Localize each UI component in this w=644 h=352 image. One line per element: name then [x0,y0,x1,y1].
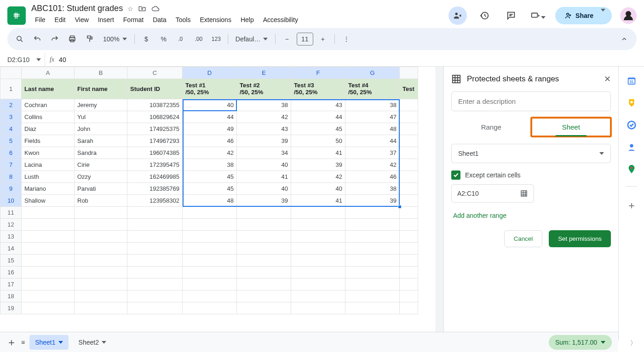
cell-C8[interactable]: 162469985 [127,171,183,183]
cell-C3[interactable]: 106829624 [127,111,183,123]
decrease-font-size[interactable]: − [279,31,295,47]
cell-A2[interactable]: Cochran [22,99,75,111]
cell-B5[interactable]: Sarah [75,135,127,147]
col-header-G[interactable]: G [345,67,400,79]
collapse-toolbar-icon[interactable] [616,31,632,47]
explore-icon[interactable]: 〉 [630,339,637,347]
cell-A7[interactable]: Lacina [22,159,75,171]
cell-B7[interactable]: Cirie [75,159,127,171]
all-sheets-icon[interactable]: ≡ [21,339,25,346]
cell-F8[interactable]: 42 [291,171,345,183]
search-menus-icon[interactable] [12,31,28,47]
menu-file[interactable]: File [31,14,49,25]
cell-B6[interactable]: Sandra [75,147,127,159]
cell-A9[interactable]: Mariano [22,183,75,195]
row-header-5[interactable]: 5 [0,135,22,147]
cell-G2[interactable]: 38 [345,99,400,111]
cell-C4[interactable]: 174925375 [127,123,183,135]
menu-edit[interactable]: Edit [51,14,69,25]
cancel-button[interactable]: Cancel [504,230,543,247]
cloud-status-icon[interactable] [151,5,160,13]
cell-E4[interactable]: 43 [237,123,291,135]
add-sheet-icon[interactable]: ＋ [6,335,17,349]
row-header-10[interactable]: 10 [0,195,22,207]
close-icon[interactable]: ✕ [604,74,611,84]
cell-B2[interactable]: Jeremy [75,99,127,111]
cell-A4[interactable]: Diaz [22,123,75,135]
cell-G9[interactable]: 38 [345,183,400,195]
cell-F6[interactable]: 41 [291,147,345,159]
col-header-D[interactable]: D [183,67,237,79]
tab-range[interactable]: Range [451,118,531,136]
row-header-12[interactable]: 12 [0,219,22,231]
move-icon[interactable] [138,5,146,13]
cell-D2[interactable]: 40 [183,99,237,111]
row-header-16[interactable]: 16 [0,267,22,278]
row-header-2[interactable]: 2 [0,99,22,111]
meet-icon[interactable] [448,6,467,25]
tab-sheet[interactable]: Sheet [531,118,611,136]
formula-bar[interactable]: 40 [59,56,66,63]
col-header-B[interactable]: B [75,67,127,79]
row-header-14[interactable]: 14 [0,243,22,255]
more-toolbar-icon[interactable]: ⋮ [339,31,354,47]
star-icon[interactable]: ☆ [127,5,133,12]
menu-tools[interactable]: Tools [172,14,195,25]
cell-G3[interactable]: 47 [345,111,400,123]
cell-B8[interactable]: Ozzy [75,171,127,183]
cell-F9[interactable]: 40 [291,183,345,195]
keep-icon[interactable] [627,98,637,108]
cell-F4[interactable]: 45 [291,123,345,135]
maps-icon[interactable] [627,164,637,174]
redo-icon[interactable] [47,31,63,47]
cell-G8[interactable]: 46 [345,171,400,183]
cell-F2[interactable]: 43 [291,99,345,111]
col-header-C[interactable]: C [127,67,183,79]
except-cells-checkbox[interactable]: Except certain cells [451,170,611,180]
row-header-7[interactable]: 7 [0,159,22,171]
cell-E10[interactable]: 39 [237,195,291,207]
menu-view[interactable]: View [71,14,92,25]
cell-A10[interactable]: Shallow [22,195,75,207]
cell-C10[interactable]: 123958302 [127,195,183,207]
cell-D10[interactable]: 48 [183,195,237,207]
font-family-dropdown[interactable]: Defaul… [232,35,271,43]
menu-format[interactable]: Format [120,14,147,25]
percent-icon[interactable]: % [156,31,172,47]
present-icon[interactable] [529,6,547,25]
col-header-E[interactable]: E [237,67,291,79]
cell-F7[interactable]: 39 [291,159,345,171]
cell-G7[interactable]: 42 [345,159,400,171]
comments-icon[interactable] [502,6,520,25]
cell-A5[interactable]: Fields [22,135,75,147]
cell-F10[interactable]: 41 [291,195,345,207]
row-header-13[interactable]: 13 [0,231,22,243]
cell-G10[interactable]: 39 [345,195,400,207]
cell-C6[interactable]: 196074385 [127,147,183,159]
cell-D8[interactable]: 45 [183,171,237,183]
row-header-3[interactable]: 3 [0,111,22,123]
row-header-6[interactable]: 6 [0,147,22,159]
paint-format-icon[interactable] [82,31,98,47]
cell-D4[interactable]: 49 [183,123,237,135]
row-header-11[interactable]: 11 [0,207,22,219]
sheet-tab-2[interactable]: Sheet2 [73,335,112,350]
cell-C2[interactable]: 103872355 [127,99,183,111]
increase-font-size[interactable]: + [315,31,331,47]
more-formats-icon[interactable]: 123 [208,31,224,47]
col-header-F[interactable]: F [291,67,345,79]
cell-A6[interactable]: Kwon [22,147,75,159]
menu-help[interactable]: Help [237,14,258,25]
cell-C9[interactable]: 192385769 [127,183,183,195]
cell-D3[interactable]: 44 [183,111,237,123]
currency-icon[interactable]: $ [138,31,154,47]
col-header-A[interactable]: A [22,67,75,79]
cell-B4[interactable]: John [75,123,127,135]
sheet-select[interactable]: Sheet1 [451,144,611,163]
quicksum-chip[interactable]: Sum: 1,517.00 [549,335,612,350]
row-header-19[interactable]: 19 [0,302,22,314]
cell-C7[interactable]: 172395475 [127,159,183,171]
cell-F3[interactable]: 44 [291,111,345,123]
row-header-15[interactable]: 15 [0,255,22,267]
menu-extensions[interactable]: Extensions [196,14,235,25]
